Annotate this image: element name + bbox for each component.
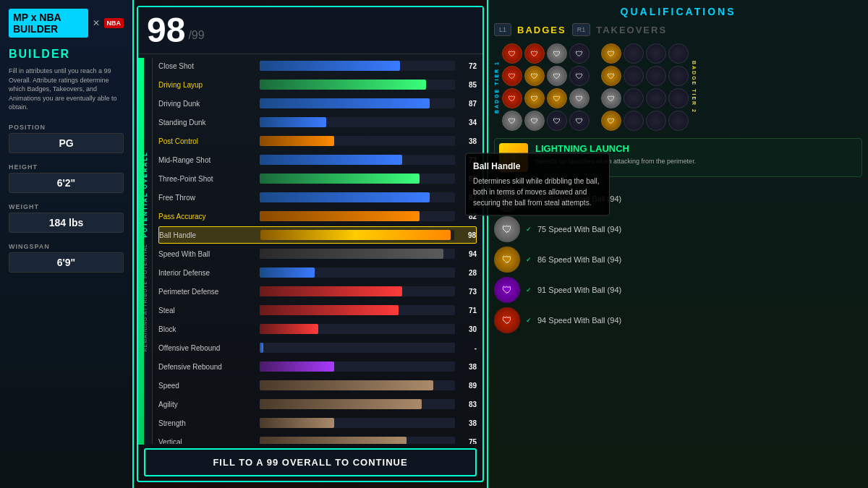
attr-bar [260, 305, 399, 315]
attr-name: Ball Handle [159, 231, 260, 239]
tier1-badge-item[interactable]: 🛡 [547, 88, 567, 108]
speed-req-text: 86 Speed With Ball (94) [537, 255, 621, 264]
attr-name: Close Shot [158, 62, 260, 70]
attr-row[interactable]: Close Shot 72 [158, 57, 477, 74]
tier1-badge-item[interactable]: 🛡 [569, 43, 590, 64]
attr-row[interactable]: Defensive Rebound 38 [158, 358, 477, 375]
attr-name: Speed With Ball [158, 250, 260, 258]
attr-row[interactable]: Post Control 38 [158, 132, 477, 150]
attr-bar-container [260, 286, 455, 296]
tier2-badge-item[interactable]: 🛡 [601, 66, 621, 86]
attr-name: Post Control [158, 137, 260, 145]
attr-row[interactable]: Driving Dunk 87 [158, 95, 477, 112]
tier1-badge-item[interactable]: 🛡 [547, 66, 567, 86]
speed-req-text: 75 Speed With Ball (94) [537, 225, 621, 234]
attr-bar-container [260, 361, 455, 372]
speed-req-text: 94 Speed With Ball (94) [537, 316, 621, 325]
tier2-badge-item[interactable] [624, 66, 644, 86]
height-label: HEIGHT [9, 163, 124, 171]
tier2-badge-item[interactable] [624, 88, 644, 108]
attr-row[interactable]: Speed 89 [158, 377, 477, 394]
tier1-badge-item[interactable]: 🛡 [524, 66, 545, 86]
attr-name: Offensive Rebound [158, 344, 260, 352]
tier1-badge-item[interactable]: 🛡 [569, 111, 590, 131]
attr-row[interactable]: Three-Point Shot 82 [158, 170, 477, 187]
tier1-badge-item[interactable]: 🛡 [547, 111, 567, 131]
tier1-badge-item[interactable]: 🛡 [502, 66, 522, 86]
attr-row[interactable]: Standing Dunk 34 [158, 114, 477, 131]
attr-row[interactable]: Steal 71 [158, 301, 477, 319]
attr-value: 89 [459, 382, 477, 390]
tier1-section: BADGE TIER 1 🛡🛡🛡🛡🛡🛡🛡🛡🛡🛡🛡🛡🛡🛡🛡🛡 [494, 43, 590, 131]
attr-value: 38 [459, 137, 477, 145]
attr-row[interactable]: Mid-Range Shot 73 [158, 151, 477, 168]
attr-row[interactable]: Speed With Ball 94 [158, 245, 477, 262]
tier2-badge-item[interactable]: 🛡 [601, 111, 621, 131]
attr-bar [260, 399, 422, 409]
tier2-badge-item[interactable] [668, 43, 689, 64]
tier2-badge-item[interactable] [646, 43, 666, 64]
attr-bar [260, 80, 426, 90]
attr-value: 38 [459, 363, 477, 371]
attr-row[interactable]: Interior Defense 28 [158, 264, 477, 281]
left-panel: MP x NBA BUILDER ✕ NBA BUILDER Fill in a… [0, 0, 134, 488]
nba-cross: ✕ [93, 18, 100, 28]
description-text: Fill in attributes until you reach a 99 … [9, 67, 124, 112]
tier2-badge-item[interactable] [646, 66, 666, 86]
right-panel: QUALIFICATIONS L1 BADGES R1 TAKEOVERS BA… [487, 0, 868, 488]
attr-row[interactable]: Pass Accuracy 82 [158, 207, 477, 225]
attr-row[interactable]: Ball Handle 98 [158, 226, 477, 244]
tab-badges[interactable]: BADGES [517, 25, 566, 35]
main-container: MP x NBA BUILDER ✕ NBA BUILDER Fill in a… [0, 0, 868, 488]
tier1-badge-item[interactable]: 🛡 [524, 111, 545, 131]
tab-l1[interactable]: L1 [494, 23, 511, 36]
tab-takeovers[interactable]: TAKEOVERS [596, 25, 667, 35]
attr-row[interactable]: Perimeter Defense 73 [158, 283, 477, 300]
attr-row[interactable]: Offensive Rebound - [158, 339, 477, 356]
attr-row[interactable]: Block 30 [158, 320, 477, 338]
attr-name: Speed [158, 382, 260, 390]
tier2-badge-item[interactable] [624, 111, 644, 131]
attr-bar [260, 230, 451, 240]
position-label: POSITION [9, 124, 124, 131]
tier1-label: BADGE TIER 1 [494, 61, 499, 114]
speed-req-item: 🛡 ✓ 94 Speed With Ball (94) [494, 307, 862, 333]
tier1-badge-item[interactable]: 🛡 [502, 88, 522, 108]
tier1-badge-item[interactable]: 🛡 [547, 43, 567, 64]
speed-badge: 🛡 [494, 247, 520, 273]
tier1-badge-item[interactable]: 🛡 [524, 43, 545, 64]
wingspan-value: 6'9" [9, 252, 124, 273]
builder-title: BUILDER [9, 48, 124, 61]
tier1-badge-item[interactable]: 🛡 [502, 111, 522, 131]
tier2-badge-item[interactable]: 🛡 [601, 88, 621, 108]
attr-bar [260, 249, 443, 259]
fill-button[interactable]: FILL TO A 99 OVERALL TO CONTINUE [144, 448, 477, 476]
attr-row[interactable]: Free Throw 87 [158, 189, 477, 206]
tier1-badge-item[interactable]: 🛡 [524, 88, 545, 108]
tier1-badge-item[interactable]: 🛡 [502, 43, 522, 64]
tier2-label: BADGE TIER 2 [692, 61, 697, 114]
attr-bar [260, 286, 402, 296]
attr-value: 87 [459, 100, 477, 108]
attr-name: Free Throw [158, 194, 260, 202]
tier2-badge-item[interactable] [624, 43, 644, 64]
height-block: HEIGHT 6'2" [9, 163, 124, 193]
tier2-badge-item[interactable] [668, 111, 689, 131]
tier2-badge-item[interactable] [668, 66, 689, 86]
attr-row[interactable]: Agility 83 [158, 395, 477, 413]
tier2-badge-item[interactable] [668, 88, 689, 108]
attr-name: Interior Defense [158, 269, 260, 277]
attr-name: Driving Layup [158, 81, 260, 89]
attr-row[interactable]: Strength 38 [158, 414, 477, 432]
attr-bar-container [260, 192, 455, 202]
attr-value: 85 [459, 81, 477, 89]
tab-r1[interactable]: R1 [572, 23, 591, 36]
tier1-badge-item[interactable]: 🛡 [569, 66, 590, 86]
attr-row[interactable]: Driving Layup 85 [158, 76, 477, 93]
attr-row[interactable]: Vertical 75 [158, 433, 477, 444]
tier1-badge-item[interactable]: 🛡 [569, 88, 590, 108]
tier2-badge-item[interactable]: 🛡 [601, 43, 621, 64]
tier2-badge-item[interactable] [646, 111, 666, 131]
middle-panel: 98 /99 POTENTIAL OVERALL REMAINING ATTRI… [137, 6, 484, 482]
tier2-badge-item[interactable] [646, 88, 666, 108]
